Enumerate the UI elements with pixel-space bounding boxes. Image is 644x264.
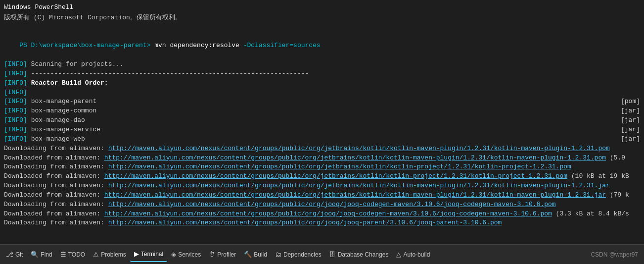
toolbar-database-changes[interactable]: 🗄 Database Changes	[325, 247, 393, 262]
find-label: Find	[41, 251, 52, 258]
toolbar-profiler[interactable]: ⏱ Profiler	[205, 247, 240, 262]
dependencies-icon: 🗂	[275, 251, 281, 258]
user-label: CSDN @waper97	[591, 251, 642, 258]
database-changes-label: Database Changes	[338, 251, 389, 258]
todo-icon: ☰	[60, 251, 66, 258]
blank-line-1	[4, 23, 640, 32]
info-parent-row: [INFO] box-manage-parent[pom]	[4, 97, 640, 106]
auto-build-icon: △	[396, 251, 401, 258]
toolbar-auto-build[interactable]: △ Auto-build	[392, 247, 434, 262]
git-icon: ⎇	[6, 251, 13, 258]
problems-label: Problems	[101, 251, 126, 258]
toolbar-problems[interactable]: ⚠ Problems	[89, 247, 130, 262]
todo-label: TODO	[68, 251, 85, 258]
info-reactor: [INFO] Reactor Build Order:	[4, 79, 640, 88]
toolbar-dependencies[interactable]: 🗂 Dependencies	[271, 247, 325, 262]
auto-build-label: Auto-build	[403, 251, 430, 258]
toolbar-terminal[interactable]: ▶ Terminal	[130, 247, 167, 262]
download-jooq-parent: Downloading from alimaven: http://maven.…	[4, 218, 640, 228]
info-web-row: [INFO] box-manage-web[jar]	[4, 135, 640, 144]
downloaded-kotlin-pom: Downloaded from alimaven: http://maven.a…	[4, 154, 640, 163]
build-icon: 🔨	[244, 251, 252, 258]
git-label: Git	[15, 251, 23, 258]
terminal-icon: ▶	[134, 250, 139, 258]
services-icon: ◈	[171, 251, 176, 258]
downloaded-kotlin-project: Downloaded from alimaven: http://maven.a…	[4, 172, 640, 181]
downloaded-jooq-codegen-pom: Downloaded from alimaven: http://maven.a…	[4, 210, 640, 219]
copyright-line: 版权所有 (C) Microsoft Corporation。保留所有权利。	[4, 13, 640, 23]
command-text: mvn dependency:resolve	[154, 42, 239, 49]
build-label: Build	[254, 251, 267, 258]
terminal-output[interactable]: Windows PowerShell 版权所有 (C) Microsoft Co…	[0, 0, 644, 244]
info-service-row: [INFO] box-manage-service[jar]	[4, 125, 640, 135]
problems-icon: ⚠	[93, 251, 99, 258]
terminal-label: Terminal	[141, 251, 163, 258]
find-icon: 🔍	[31, 251, 39, 258]
services-label: Services	[178, 251, 201, 258]
toolbar-git[interactable]: ⎇ Git	[2, 247, 27, 262]
toolbar-build[interactable]: 🔨 Build	[240, 247, 271, 262]
toolbar-services[interactable]: ◈ Services	[167, 247, 205, 262]
profiler-icon: ⏱	[209, 251, 215, 258]
prompt-line: PS D:\workspace\box-manage-parent> mvn d…	[4, 32, 640, 60]
info-empty: [INFO]	[4, 88, 640, 98]
download-kotlin-pom: Downloading from alimaven: http://maven.…	[4, 144, 640, 154]
info-common-row: [INFO] box-manage-common[jar]	[4, 106, 640, 116]
info-dao-row: [INFO] box-manage-dao[jar]	[4, 116, 640, 125]
dependencies-label: Dependencies	[283, 251, 322, 258]
info-scanning: [INFO] Scanning for projects...	[4, 60, 640, 69]
download-jooq-codegen-pom: Downloading from alimaven: http://maven.…	[4, 200, 640, 210]
prompt-text: PS D:\workspace\box-manage-parent>	[19, 42, 154, 49]
toolbar-find[interactable]: 🔍 Find	[27, 247, 56, 262]
download-kotlin-project: Downloading from alimaven: http://maven.…	[4, 162, 640, 172]
args-text: -Dclassifier=sources	[239, 42, 321, 49]
profiler-label: Profiler	[217, 251, 236, 258]
database-icon: 🗄	[329, 251, 336, 258]
bottom-toolbar: ⎇ Git 🔍 Find ☰ TODO ⚠ Problems ▶ Termina…	[0, 244, 644, 264]
info-separator: [INFO] ---------------------------------…	[4, 69, 640, 79]
downloaded-kotlin-jar: Downloaded from alimaven: http://maven.a…	[4, 191, 640, 200]
download-kotlin-jar: Downloading from alimaven: http://maven.…	[4, 181, 640, 191]
toolbar-todo[interactable]: ☰ TODO	[56, 247, 89, 262]
terminal-title: Windows PowerShell	[4, 3, 640, 12]
